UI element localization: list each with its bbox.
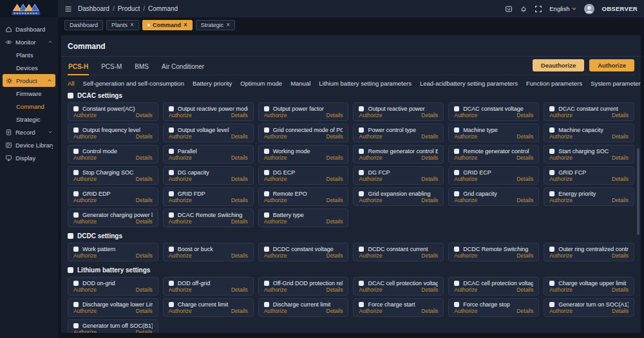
card-authorize-link[interactable]: Authorize [359, 286, 382, 293]
card-checkbox[interactable] [549, 247, 554, 252]
card-checkbox[interactable] [549, 191, 554, 196]
card-authorize-link[interactable]: Authorize [359, 308, 382, 314]
sidebar-item-display[interactable]: Display [0, 151, 58, 164]
card-details-link[interactable]: Details [231, 133, 248, 140]
card-checkbox[interactable] [264, 149, 269, 154]
card-authorize-link[interactable]: Authorize [169, 133, 192, 140]
card-details-link[interactable]: Details [516, 308, 533, 314]
language-selector[interactable]: English [549, 5, 577, 12]
card-authorize-link[interactable]: Authorize [264, 286, 287, 293]
card-checkbox[interactable] [454, 247, 459, 252]
card-details-link[interactable]: Details [231, 252, 248, 259]
card-authorize-link[interactable]: Authorize [549, 155, 573, 161]
card-authorize-link[interactable]: Authorize [359, 252, 382, 259]
card-checkbox[interactable] [73, 149, 79, 154]
card-authorize-link[interactable]: Authorize [549, 112, 573, 118]
card-checkbox[interactable] [359, 170, 364, 175]
card-checkbox[interactable] [454, 106, 459, 111]
card-details-link[interactable]: Details [136, 112, 153, 118]
close-icon[interactable]: × [184, 22, 187, 28]
device-tab-pcs-m[interactable]: PCS-M [100, 60, 122, 75]
card-details-link[interactable]: Details [421, 286, 438, 293]
breadcrumb-item[interactable]: Product [118, 5, 140, 12]
card-authorize-link[interactable]: Authorize [73, 286, 97, 293]
card-checkbox[interactable] [264, 247, 269, 252]
card-checkbox[interactable] [454, 191, 459, 196]
card-authorize-link[interactable]: Authorize [73, 112, 97, 118]
card-checkbox[interactable] [73, 212, 79, 218]
filter-tab-all[interactable]: All [68, 80, 75, 87]
card-checkbox[interactable] [73, 302, 79, 307]
card-details-link[interactable]: Details [231, 176, 248, 182]
card-details-link[interactable]: Details [231, 286, 248, 293]
card-checkbox[interactable] [549, 149, 554, 154]
card-details-link[interactable]: Details [231, 218, 248, 225]
card-checkbox[interactable] [169, 149, 174, 154]
card-authorize-link[interactable]: Authorize [359, 176, 382, 182]
card-checkbox[interactable] [264, 170, 269, 175]
card-authorize-link[interactable]: Authorize [549, 133, 573, 140]
card-authorize-link[interactable]: Authorize [73, 155, 97, 161]
section-checkbox[interactable] [68, 267, 73, 273]
card-authorize-link[interactable]: Authorize [169, 218, 192, 225]
sidebar-subitem-firmware[interactable]: Firmware [0, 87, 58, 100]
card-details-link[interactable]: Details [612, 155, 629, 161]
fullscreen-icon[interactable] [535, 5, 542, 13]
card-authorize-link[interactable]: Authorize [454, 112, 477, 118]
card-details-link[interactable]: Details [612, 197, 629, 203]
card-details-link[interactable]: Details [516, 197, 533, 203]
sidebar-subitem-devices[interactable]: Devices [0, 61, 58, 74]
card-authorize-link[interactable]: Authorize [73, 176, 97, 182]
card-details-link[interactable]: Details [136, 252, 153, 259]
filter-tab-battery-priority[interactable]: Battery priority [193, 80, 232, 87]
card-checkbox[interactable] [169, 212, 174, 218]
card-details-link[interactable]: Details [327, 176, 343, 182]
card-checkbox[interactable] [73, 281, 79, 286]
sidebar-item-device-library[interactable]: Device Library [0, 138, 58, 151]
card-authorize-link[interactable]: Authorize [454, 252, 477, 259]
card-checkbox[interactable] [359, 149, 364, 154]
filter-tab-system-parameters[interactable]: System parameters [591, 80, 641, 87]
card-checkbox[interactable] [169, 302, 174, 307]
card-details-link[interactable]: Details [516, 176, 533, 182]
close-icon[interactable]: × [226, 22, 230, 28]
card-authorize-link[interactable]: Authorize [359, 112, 382, 118]
card-authorize-link[interactable]: Authorize [454, 133, 477, 140]
card-authorize-link[interactable]: Authorize [169, 286, 192, 293]
card-authorize-link[interactable]: Authorize [73, 329, 97, 333]
device-tab-air-conditioner[interactable]: Air Conditioner [161, 60, 205, 75]
card-checkbox[interactable] [454, 281, 459, 286]
card-details-link[interactable]: Details [612, 286, 629, 293]
card-details-link[interactable]: Details [136, 176, 153, 182]
filter-tab-lead-acidbattery-setting-parameters[interactable]: Lead-acidbattery setting parameters [420, 80, 518, 87]
card-checkbox[interactable] [359, 302, 364, 307]
card-details-link[interactable]: Details [612, 112, 629, 118]
card-checkbox[interactable] [359, 127, 364, 133]
card-authorize-link[interactable]: Authorize [73, 133, 97, 140]
breadcrumb-item[interactable]: Dashboard [78, 5, 109, 12]
card-authorize-link[interactable]: Authorize [169, 155, 192, 161]
scrollbar-thumb[interactable] [637, 148, 639, 235]
section-checkbox[interactable] [68, 233, 73, 239]
card-details-link[interactable]: Details [516, 155, 533, 161]
tab-chip-command[interactable]: Command× [142, 20, 193, 30]
card-authorize-link[interactable]: Authorize [264, 308, 287, 314]
card-authorize-link[interactable]: Authorize [264, 133, 287, 140]
card-authorize-link[interactable]: Authorize [73, 197, 97, 203]
tab-chip-strategic[interactable]: Strategic× [196, 20, 235, 30]
card-checkbox[interactable] [169, 191, 174, 196]
card-authorize-link[interactable]: Authorize [454, 308, 477, 314]
sidebar-item-product[interactable]: Product [3, 74, 55, 87]
card-authorize-link[interactable]: Authorize [549, 176, 573, 182]
filter-tab-optimum-mode[interactable]: Optimum mode [240, 80, 282, 87]
card-details-link[interactable]: Details [231, 155, 248, 161]
card-authorize-link[interactable]: Authorize [549, 252, 573, 259]
card-details-link[interactable]: Details [421, 308, 438, 314]
card-authorize-link[interactable]: Authorize [73, 308, 97, 314]
card-authorize-link[interactable]: Authorize [454, 176, 477, 182]
card-authorize-link[interactable]: Authorize [264, 218, 287, 225]
card-details-link[interactable]: Details [327, 286, 343, 293]
card-checkbox[interactable] [73, 191, 79, 196]
screen-icon[interactable] [505, 5, 513, 13]
card-checkbox[interactable] [549, 170, 554, 175]
